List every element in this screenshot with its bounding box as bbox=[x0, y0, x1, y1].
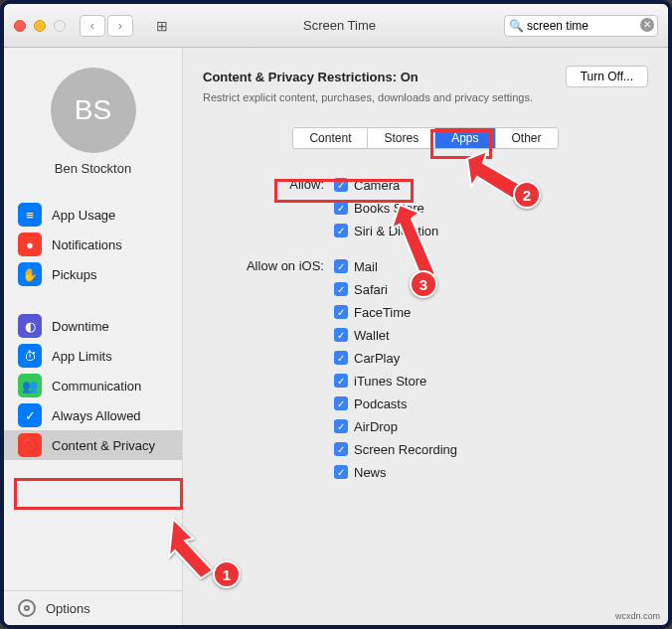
checkbox-safari[interactable]: ✓Safari bbox=[334, 279, 457, 299]
downtime-icon: ◐ bbox=[18, 314, 42, 338]
checkbox-airdrop[interactable]: ✓AirDrop bbox=[334, 416, 457, 436]
preferences-window: ‹ › ⊞ Screen Time 🔍 ✕ BS Ben Stockton ≡A… bbox=[0, 0, 672, 629]
checkbox-icon: ✓ bbox=[334, 224, 348, 237]
options-label: Options bbox=[46, 601, 90, 616]
header-row: Content & Privacy Restrictions: On Turn … bbox=[203, 66, 648, 87]
checkbox-label: Screen Recording bbox=[354, 442, 457, 457]
sidebar-item-label: Always Allowed bbox=[52, 408, 141, 423]
allow-ios-label: Allow on iOS: bbox=[203, 256, 334, 482]
pickups-icon: ✋ bbox=[18, 262, 42, 286]
sidebar-item-always-allowed[interactable]: ✓Always Allowed bbox=[4, 400, 182, 430]
checkbox-icon: ✓ bbox=[334, 305, 348, 319]
sidebar-footer[interactable]: Options bbox=[4, 590, 182, 625]
user-name: Ben Stockton bbox=[4, 161, 182, 176]
page-description: Restrict explicit content, purchases, do… bbox=[203, 91, 648, 103]
sidebar-item-label: Notifications bbox=[52, 237, 122, 252]
sidebar-item-label: Content & Privacy bbox=[52, 438, 155, 453]
checkbox-news[interactable]: ✓News bbox=[334, 462, 457, 482]
checkbox-wallet[interactable]: ✓Wallet bbox=[334, 325, 457, 345]
traffic-lights bbox=[14, 20, 66, 32]
tab-content[interactable]: Content bbox=[293, 128, 368, 148]
search-field-wrap: 🔍 ✕ bbox=[504, 15, 658, 37]
avatar: BS bbox=[51, 68, 136, 153]
checkbox-itunes-store[interactable]: ✓iTunes Store bbox=[334, 371, 457, 391]
back-button[interactable]: ‹ bbox=[80, 15, 105, 37]
sidebar-item-label: App Usage bbox=[52, 208, 115, 223]
sidebar-item-notifications[interactable]: ●Notifications bbox=[4, 230, 182, 259]
show-all-button[interactable]: ⊞ bbox=[149, 15, 175, 37]
nav-buttons: ‹ › bbox=[80, 15, 133, 37]
checkbox-label: Wallet bbox=[354, 328, 390, 343]
checkbox-facetime[interactable]: ✓FaceTime bbox=[334, 302, 457, 322]
notifications-icon: ● bbox=[18, 233, 42, 256]
sidebar-item-label: Pickups bbox=[52, 267, 97, 282]
checkbox-icon: ✓ bbox=[334, 442, 348, 456]
tab-apps[interactable]: Apps bbox=[435, 128, 495, 148]
zoom-button[interactable] bbox=[54, 20, 66, 32]
checkbox-label: Podcasts bbox=[354, 396, 407, 411]
allow-row: Allow: ✓Camera ✓Books Store ✓Siri & Dict… bbox=[203, 175, 648, 240]
sidebar-item-pickups[interactable]: ✋Pickups bbox=[4, 259, 182, 289]
allow-label: Allow: bbox=[203, 175, 334, 240]
sidebar-item-communication[interactable]: 👥Communication bbox=[4, 371, 182, 400]
content-privacy-icon: 🚫 bbox=[18, 433, 42, 457]
sidebar-item-content-privacy[interactable]: 🚫Content & Privacy bbox=[4, 430, 182, 460]
checkbox-camera[interactable]: ✓Camera bbox=[334, 175, 438, 195]
checkbox-icon: ✓ bbox=[334, 282, 348, 296]
close-button[interactable] bbox=[14, 20, 26, 32]
allow-list: ✓Camera ✓Books Store ✓Siri & Dictation bbox=[334, 175, 438, 240]
checkbox-label: FaceTime bbox=[354, 305, 411, 320]
checkbox-label: Safari bbox=[354, 282, 388, 297]
forward-button[interactable]: › bbox=[107, 15, 133, 37]
annotation-badge-2: 2 bbox=[513, 181, 541, 209]
sidebar-item-app-usage[interactable]: ≡App Usage bbox=[4, 200, 182, 230]
checkbox-label: CarPlay bbox=[354, 351, 400, 366]
checkbox-icon: ✓ bbox=[334, 465, 348, 479]
checkbox-label: AirDrop bbox=[354, 419, 398, 434]
tab-other[interactable]: Other bbox=[496, 128, 558, 148]
checkbox-mail[interactable]: ✓Mail bbox=[334, 256, 457, 276]
minimize-button[interactable] bbox=[34, 20, 46, 32]
turn-off-button[interactable]: Turn Off... bbox=[566, 66, 648, 87]
checkbox-siri-dictation[interactable]: ✓Siri & Dictation bbox=[334, 221, 438, 240]
search-icon: 🔍 bbox=[509, 19, 524, 33]
checkbox-icon: ✓ bbox=[334, 178, 348, 192]
checkbox-carplay[interactable]: ✓CarPlay bbox=[334, 348, 457, 368]
checkbox-screen-recording[interactable]: ✓Screen Recording bbox=[334, 439, 457, 459]
sidebar-item-label: Communication bbox=[52, 379, 141, 393]
app-usage-icon: ≡ bbox=[18, 203, 42, 227]
checkbox-label: iTunes Store bbox=[354, 374, 426, 389]
checkbox-icon: ✓ bbox=[334, 328, 348, 342]
annotation-badge-1: 1 bbox=[213, 560, 241, 588]
main-panel: Content & Privacy Restrictions: On Turn … bbox=[183, 48, 668, 625]
sidebar-item-app-limits[interactable]: ⏱App Limits bbox=[4, 341, 182, 371]
page-title: Content & Privacy Restrictions: On bbox=[203, 70, 419, 84]
checkbox-books-store[interactable]: ✓Books Store bbox=[334, 198, 438, 218]
app-limits-icon: ⏱ bbox=[18, 344, 42, 368]
titlebar: ‹ › ⊞ Screen Time 🔍 ✕ bbox=[4, 4, 668, 48]
window-title: Screen Time bbox=[185, 18, 494, 33]
tab-stores[interactable]: Stores bbox=[368, 128, 435, 148]
sidebar-item-label: App Limits bbox=[52, 349, 112, 364]
sidebar: BS Ben Stockton ≡App Usage ●Notification… bbox=[4, 48, 183, 625]
annotation-badge-3: 3 bbox=[410, 270, 437, 298]
tab-bar: Content Stores Apps Other bbox=[292, 127, 558, 149]
checkbox-label: Mail bbox=[354, 259, 378, 274]
watermark: wcxdn.com bbox=[615, 611, 660, 621]
allow-ios-list: ✓Mail ✓Safari ✓FaceTime ✓Wallet ✓CarPlay… bbox=[334, 256, 457, 482]
sidebar-item-downtime[interactable]: ◐Downtime bbox=[4, 311, 182, 341]
checkbox-label: Siri & Dictation bbox=[354, 224, 438, 238]
checkbox-podcasts[interactable]: ✓Podcasts bbox=[334, 393, 457, 413]
checkbox-icon: ✓ bbox=[334, 259, 348, 273]
always-allowed-icon: ✓ bbox=[18, 403, 42, 427]
checkbox-label: Books Store bbox=[354, 201, 424, 216]
clear-search-icon[interactable]: ✕ bbox=[640, 18, 654, 32]
checkbox-icon: ✓ bbox=[334, 419, 348, 433]
checkbox-label: News bbox=[354, 465, 387, 480]
gear-icon bbox=[18, 599, 36, 617]
search-input[interactable] bbox=[504, 15, 658, 37]
body: BS Ben Stockton ≡App Usage ●Notification… bbox=[4, 48, 668, 625]
checkbox-label: Camera bbox=[354, 178, 400, 193]
checkbox-icon: ✓ bbox=[334, 374, 348, 388]
checkbox-icon: ✓ bbox=[334, 201, 348, 215]
